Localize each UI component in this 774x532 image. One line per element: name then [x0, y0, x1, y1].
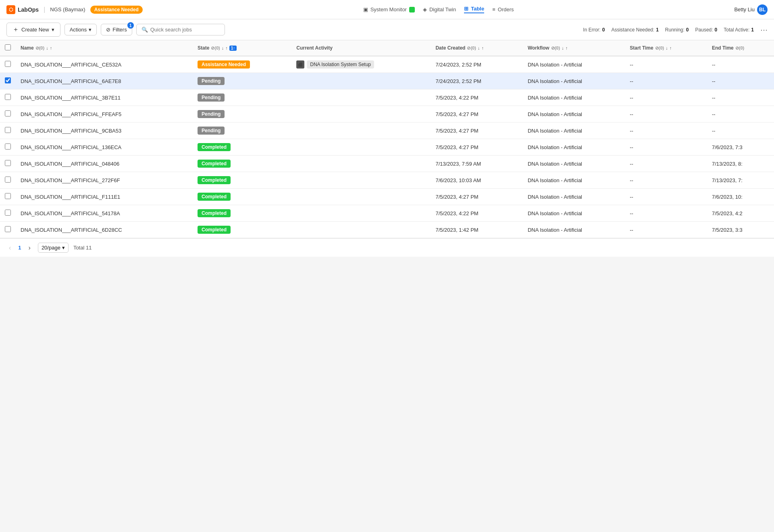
name-filter-icon[interactable]: ⊘(0)	[35, 46, 44, 51]
row-date-created: 7/5/2023, 4:27 PM	[431, 139, 522, 156]
row-checkbox-cell[interactable]	[0, 89, 16, 106]
table-row[interactable]: DNA_ISOLATION___ARTIFICIAL_272F6FComplet…	[0, 172, 774, 189]
row-state: Assistance Needed	[193, 56, 291, 73]
table-icon: ⊞	[464, 6, 468, 12]
row-activity	[291, 222, 431, 238]
assistance-badge[interactable]: Assistance Needed	[90, 6, 143, 14]
col-header-workflow: Workflow ⊘(0) ↓ ↑	[523, 40, 625, 56]
next-page-button[interactable]: ›	[26, 243, 33, 252]
activity-icon: ⬛	[296, 60, 304, 69]
start-filter-icon[interactable]: ⊘(0)	[655, 46, 664, 51]
row-start-time: --	[625, 123, 707, 139]
page-number[interactable]: 1	[18, 245, 21, 251]
row-checkbox[interactable]	[5, 226, 11, 232]
ngs-label[interactable]: NGS (Baymax)	[50, 6, 85, 12]
row-checkbox-cell[interactable]	[0, 205, 16, 222]
row-date-created: 7/6/2023, 10:03 AM	[431, 172, 522, 189]
row-checkbox[interactable]	[5, 177, 11, 183]
table-row[interactable]: DNA_ISOLATION___ARTIFICIAL_048406Complet…	[0, 156, 774, 172]
table-row[interactable]: DNA_ISOLATION___ARTIFICIAL_FFEAF5Pending…	[0, 106, 774, 123]
filter-icon: ⊘	[106, 27, 110, 33]
row-workflow: DNA Isolation - Artificial	[523, 205, 625, 222]
nav-user[interactable]: Betty Liu BL	[734, 4, 768, 15]
nav-orders[interactable]: ≡ Orders	[492, 6, 514, 12]
workflow-filter-icon[interactable]: ⊘(0)	[551, 46, 560, 51]
nav-digital-twin[interactable]: ◈ Digital Twin	[423, 6, 456, 12]
row-workflow: DNA Isolation - Artificial	[523, 189, 625, 205]
row-date-created: 7/5/2023, 1:42 PM	[431, 222, 522, 238]
col-start-time-label: Start Time	[630, 45, 653, 51]
date-filter-icon[interactable]: ⊘(0)	[467, 46, 476, 51]
date-sort-down-icon[interactable]: ↓	[478, 46, 480, 50]
table-row[interactable]: DNA_ISOLATION___ARTIFICIAL_6D28CCComplet…	[0, 222, 774, 238]
row-checkbox[interactable]	[5, 143, 11, 150]
row-checkbox[interactable]	[5, 193, 11, 199]
row-state: Completed	[193, 139, 291, 156]
row-date-created: 7/13/2023, 7:59 AM	[431, 156, 522, 172]
state-badge: Completed	[198, 209, 231, 217]
row-checkbox-cell[interactable]	[0, 139, 16, 156]
name-sort-down-icon[interactable]: ↓	[46, 46, 48, 50]
col-name-label: Name	[21, 45, 34, 51]
table-row[interactable]: DNA_ISOLATION___ARTIFICIAL_6AE7E8Pending…	[0, 73, 774, 89]
state-sort-up-icon[interactable]: ↑	[225, 46, 228, 50]
table-row[interactable]: DNA_ISOLATION___ARTIFICIAL_136ECAComplet…	[0, 139, 774, 156]
prev-page-button[interactable]: ‹	[6, 243, 13, 252]
end-filter-icon[interactable]: ⊘(0)	[735, 46, 744, 51]
logo-icon: ⬡	[6, 5, 15, 14]
table-row[interactable]: DNA_ISOLATION___ARTIFICIAL_F111E1Complet…	[0, 189, 774, 205]
state-badge: Assistance Needed	[198, 60, 250, 69]
state-filter-icon[interactable]: ⊘(0)	[211, 46, 220, 51]
row-start-time: --	[625, 139, 707, 156]
row-checkbox-cell[interactable]	[0, 172, 16, 189]
create-new-button[interactable]: ＋ Create New ▾	[6, 23, 60, 37]
row-checkbox[interactable]	[5, 127, 11, 133]
row-checkbox[interactable]	[5, 160, 11, 166]
workflow-sort-up-icon[interactable]: ↑	[566, 46, 568, 50]
row-checkbox[interactable]	[5, 77, 11, 83]
row-name: DNA_ISOLATION___ARTIFICIAL_9CBA53	[16, 123, 193, 139]
nav-system-monitor[interactable]: ▣ System Monitor	[363, 6, 415, 12]
start-sort-down-icon[interactable]: ↓	[666, 46, 668, 50]
state-sort-down-icon[interactable]: ↓	[222, 46, 224, 50]
row-checkbox-cell[interactable]	[0, 189, 16, 205]
col-header-start-time: Start Time ⊘(0) ↓ ↑	[625, 40, 707, 56]
more-options-button[interactable]: ⋯	[760, 25, 768, 34]
col-end-time-label: End Time	[712, 45, 734, 51]
start-sort-up-icon[interactable]: ↑	[670, 46, 672, 50]
row-state: Completed	[193, 172, 291, 189]
row-checkbox-cell[interactable]	[0, 73, 16, 89]
row-end-time: --	[707, 73, 774, 89]
nav-table[interactable]: ⊞ Table	[464, 6, 484, 13]
search-input[interactable]	[150, 27, 220, 33]
date-sort-up-icon[interactable]: ↑	[481, 46, 484, 50]
per-page-selector[interactable]: 20/page ▾	[38, 243, 69, 253]
row-checkbox-cell[interactable]	[0, 123, 16, 139]
row-end-time: 7/5/2023, 4:2	[707, 205, 774, 222]
row-name: DNA_ISOLATION___ARTIFICIAL_FFEAF5	[16, 106, 193, 123]
status-bar: In Error: 0 Assistance Needed: 1 Running…	[583, 25, 768, 34]
table-row[interactable]: DNA_ISOLATION___ARTIFICIAL_CE532AAssista…	[0, 56, 774, 73]
row-checkbox-cell[interactable]	[0, 56, 16, 73]
row-checkbox[interactable]	[5, 61, 11, 67]
row-checkbox-cell[interactable]	[0, 156, 16, 172]
search-box[interactable]: 🔍	[136, 24, 225, 35]
row-activity	[291, 139, 431, 156]
logo[interactable]: ⬡ LabOps	[6, 5, 39, 14]
actions-button[interactable]: Actions ▾	[64, 24, 97, 35]
table-row[interactable]: DNA_ISOLATION___ARTIFICIAL_3B7E11Pending…	[0, 89, 774, 106]
row-checkbox[interactable]	[5, 110, 11, 116]
row-checkbox-cell[interactable]	[0, 222, 16, 238]
select-all-checkbox[interactable]	[5, 44, 11, 50]
name-sort-up-icon[interactable]: ↑	[50, 46, 52, 50]
filters-button[interactable]: ⊘ Filters 1	[101, 24, 132, 35]
row-checkbox[interactable]	[5, 210, 11, 216]
row-checkbox[interactable]	[5, 94, 11, 100]
row-state: Pending	[193, 123, 291, 139]
row-checkbox-cell[interactable]	[0, 106, 16, 123]
table-row[interactable]: DNA_ISOLATION___ARTIFICIAL_54178AComplet…	[0, 205, 774, 222]
table-row[interactable]: DNA_ISOLATION___ARTIFICIAL_9CBA53Pending…	[0, 123, 774, 139]
select-all-header[interactable]	[0, 40, 16, 56]
row-activity	[291, 106, 431, 123]
workflow-sort-down-icon[interactable]: ↓	[562, 46, 564, 50]
